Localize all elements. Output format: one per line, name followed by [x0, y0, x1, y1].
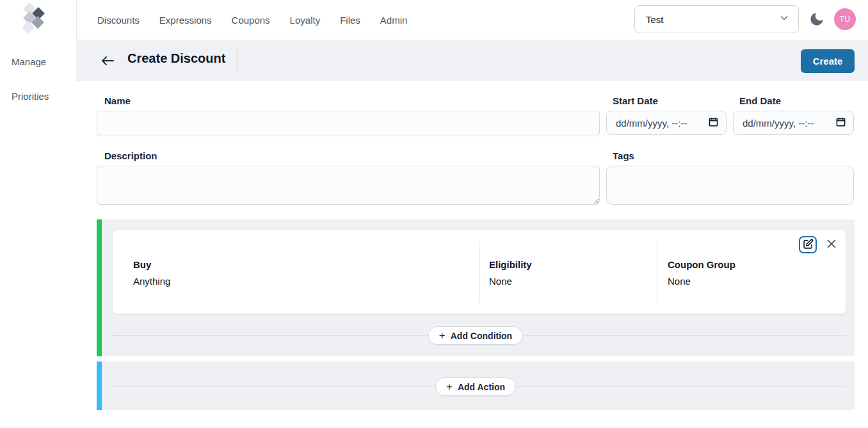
- close-icon: [826, 238, 837, 251]
- sidebar: Manage Priorities: [0, 0, 76, 428]
- condition-coupon-group-value: None: [668, 276, 735, 287]
- actions-section: + Add Action: [97, 361, 855, 410]
- create-button[interactable]: Create: [801, 49, 855, 73]
- condition-card: Buy Anything Eligibility None Coupon Gro…: [112, 230, 846, 314]
- title-divider: [237, 48, 238, 73]
- condition-strip: [97, 219, 102, 356]
- condition-coupon-group-label: Coupon Group: [668, 259, 735, 270]
- end-date-placeholder: dd/mm/yyyy, --:--: [743, 118, 836, 129]
- user-avatar[interactable]: TU: [834, 8, 856, 30]
- start-date-input[interactable]: dd/mm/yyyy, --:--: [606, 111, 727, 135]
- condition-eligibility-column: Eligibility None: [489, 259, 532, 287]
- back-arrow-icon: [99, 61, 116, 71]
- plus-icon: +: [439, 330, 446, 341]
- calendar-icon[interactable]: [836, 117, 846, 129]
- page-header: Create Discount Create: [76, 40, 868, 81]
- moon-icon: [808, 20, 825, 29]
- condition-coupon-group-column: Coupon Group None: [668, 259, 735, 287]
- app-window: Manage Priorities Discounts Expressions …: [0, 0, 868, 428]
- start-date-placeholder: dd/mm/yyyy, --:--: [616, 118, 709, 129]
- conditions-section: Buy Anything Eligibility None Coupon Gro…: [97, 219, 855, 356]
- tags-label: Tags: [613, 150, 634, 161]
- nav-item-coupons[interactable]: Coupons: [232, 15, 270, 26]
- remove-condition-button[interactable]: [825, 238, 838, 251]
- condition-buy-value: Anything: [133, 276, 170, 287]
- sidebar-item-manage[interactable]: Manage: [12, 56, 46, 67]
- nav-item-loyalty[interactable]: Loyalty: [290, 15, 321, 26]
- page-title: Create Discount: [127, 51, 225, 66]
- condition-buy-label: Buy: [133, 259, 170, 270]
- main-content: Name Start Date dd/mm/yyyy, --:-- End Da…: [76, 81, 868, 428]
- description-textarea[interactable]: [97, 166, 600, 205]
- description-label: Description: [104, 150, 157, 161]
- name-input[interactable]: [97, 111, 600, 136]
- column-divider: [657, 242, 657, 303]
- back-button[interactable]: [99, 52, 116, 69]
- sidebar-item-priorities[interactable]: Priorities: [12, 91, 49, 102]
- app-logo-icon[interactable]: [14, 3, 47, 38]
- end-date-label: End Date: [739, 95, 781, 106]
- nav-item-discounts[interactable]: Discounts: [97, 15, 140, 26]
- nav-item-expressions[interactable]: Expressions: [159, 15, 212, 26]
- environment-select[interactable]: Test: [634, 5, 799, 33]
- start-date-label: Start Date: [613, 95, 658, 106]
- dark-mode-toggle[interactable]: [807, 11, 826, 29]
- condition-buy-column: Buy Anything: [133, 259, 170, 287]
- main-nav: Discounts Expressions Coupons Loyalty Fi…: [97, 0, 407, 40]
- action-strip: [97, 361, 102, 410]
- add-condition-button[interactable]: + Add Condition: [428, 326, 523, 345]
- add-action-button[interactable]: + Add Action: [435, 377, 516, 396]
- condition-eligibility-value: None: [489, 276, 532, 287]
- top-navigation-bar: Discounts Expressions Coupons Loyalty Fi…: [76, 0, 868, 40]
- condition-eligibility-label: Eligibility: [489, 259, 532, 270]
- plus-icon: +: [446, 381, 453, 392]
- chevron-down-icon: [779, 13, 789, 26]
- calendar-icon[interactable]: [709, 117, 718, 129]
- add-condition-label: Add Condition: [451, 331, 512, 341]
- name-label: Name: [104, 95, 131, 106]
- edit-condition-button[interactable]: [799, 236, 817, 253]
- add-action-label: Add Action: [458, 382, 505, 392]
- nav-item-files[interactable]: Files: [340, 15, 360, 26]
- environment-select-value: Test: [646, 14, 779, 25]
- end-date-input[interactable]: dd/mm/yyyy, --:--: [733, 111, 854, 135]
- tags-input[interactable]: [606, 166, 854, 205]
- column-divider: [479, 242, 479, 303]
- nav-item-admin[interactable]: Admin: [380, 15, 408, 26]
- edit-icon: [803, 239, 814, 251]
